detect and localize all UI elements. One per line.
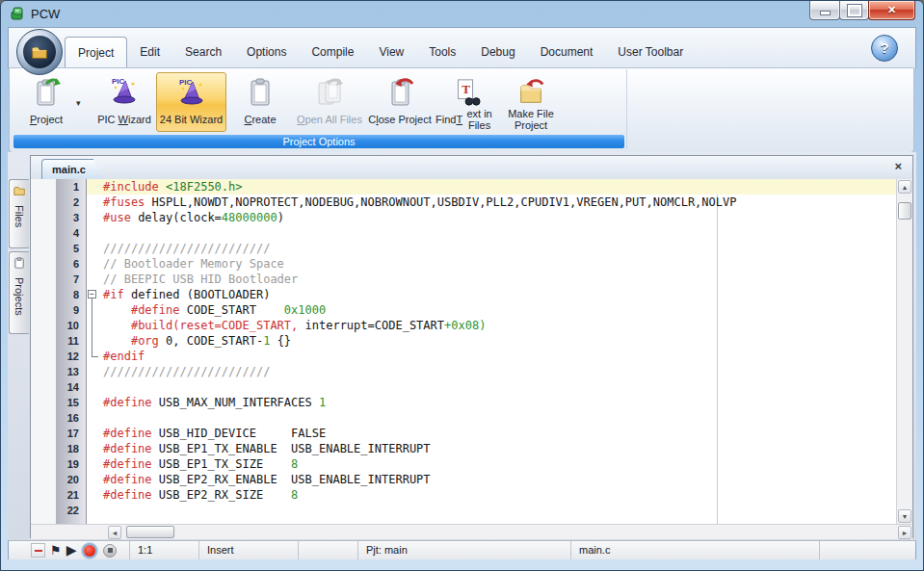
open-all-files-button: Open All Files	[293, 72, 366, 132]
close-button[interactable]: ✕	[868, 1, 915, 20]
code-text[interactable]: #define USB_EP2_RX_SIZE 8	[98, 487, 896, 503]
code-text[interactable]: #build(reset=CODE_START, interrupt=CODE_…	[98, 318, 896, 333]
bookmark-dash-button[interactable]	[31, 543, 45, 558]
code-text[interactable]	[98, 410, 896, 426]
pic-wizard-label: PIC Wizard	[97, 107, 151, 132]
code-text[interactable]: // BEEPIC USB HID Bootloader	[98, 272, 896, 287]
file-tab-main-c[interactable]: main.c	[41, 159, 104, 180]
code-line: 7// BEEPIC USB HID Bootloader	[31, 272, 896, 287]
find-text-label: Find Text in Files	[436, 107, 496, 132]
help-button[interactable]: ?	[871, 35, 898, 62]
code-text[interactable]: #define USB_EP1_TX_ENABLE USB_ENABLE_INT…	[98, 441, 896, 456]
horizontal-scrollbar[interactable]: ◄ ►	[31, 524, 912, 539]
project-dropdown-arrow[interactable]: ▾	[76, 98, 81, 108]
tab-debug[interactable]: Debug	[468, 37, 527, 68]
tab-compile[interactable]: Compile	[299, 37, 366, 68]
code-text[interactable]: #fuses HSPLL,NOWDT,NOPROTECT,NODEBUG,NOB…	[98, 195, 896, 210]
tab-close-icon[interactable]: ×	[894, 160, 902, 173]
code-text[interactable]: #if defined (BOOTLOADER)	[98, 287, 896, 302]
maximize-button[interactable]	[839, 1, 869, 20]
find-text-in-files-button[interactable]: T Find Text in Files	[436, 72, 496, 132]
code-text[interactable]: ////////////////////////	[98, 241, 896, 256]
app-menu-orb[interactable]	[16, 29, 63, 75]
close-project-button[interactable]: Close Project	[366, 72, 434, 132]
fold-marker[interactable]: −	[87, 287, 98, 302]
vertical-scrollbar[interactable]: ▲ ▼	[896, 179, 912, 524]
project-button[interactable]: Project	[17, 72, 75, 132]
code-text[interactable]: #define USB_EP2_RX_ENABLE USB_ENABLE_INT…	[98, 472, 896, 487]
line-number: 17	[56, 426, 87, 441]
minimize-button[interactable]	[809, 1, 840, 20]
record-icon[interactable]	[84, 545, 95, 557]
code-text[interactable]: #use delay(clock=48000000)	[98, 210, 896, 225]
tab-search[interactable]: Search	[172, 37, 234, 68]
code-text[interactable]	[98, 225, 896, 241]
main-area: Files Projects main.c × 1#include <18F25…	[8, 152, 916, 540]
tab-document[interactable]: Document	[528, 37, 606, 68]
scroll-right-button[interactable]: ►	[898, 526, 911, 539]
tab-user-toolbar[interactable]: User Toolbar	[605, 37, 696, 68]
code-line: 3#use delay(clock=48000000)	[31, 210, 896, 225]
pic-wizard-button[interactable]: PIC PIC Wizard	[93, 72, 155, 132]
code-text[interactable]	[98, 379, 896, 395]
sidebar-tab-projects[interactable]: Projects	[9, 251, 29, 334]
line-number: 2	[56, 195, 87, 210]
play-icon[interactable]: ▶	[66, 543, 77, 558]
wizard-24bit-label: 24 Bit Wizard	[160, 108, 223, 131]
code-text[interactable]: #define USB_HID_DEVICE FALSE	[98, 426, 896, 441]
stop-icon[interactable]	[103, 544, 117, 558]
status-cursor-position: 1:1	[130, 541, 199, 559]
code-editor[interactable]: 1#include <18F2550.h>2#fuses HSPLL,NOWDT…	[31, 179, 896, 524]
tab-edit[interactable]: Edit	[127, 37, 172, 68]
editor-tabbar: main.c ×	[31, 156, 912, 180]
line-number: 3	[56, 210, 87, 225]
ribbon-tabs: Project Edit Search Options Compile View…	[65, 35, 696, 68]
group-caption: Project Options	[13, 135, 624, 148]
code-line: 15#define USB_MAX_NUM_INTERFACES 1	[31, 395, 896, 410]
scroll-left-button[interactable]: ◄	[108, 526, 121, 539]
dash-icon	[35, 550, 42, 552]
wizard-24bit-button[interactable]: PIC 24 Bit Wizard	[156, 72, 226, 132]
tab-project[interactable]: Project	[65, 37, 127, 68]
orb-folder-icon	[23, 36, 56, 68]
create-clipboard-icon	[245, 72, 276, 107]
code-text[interactable]: #include <18F2550.h>	[98, 179, 896, 195]
open-all-files-icon	[314, 72, 345, 107]
close-project-label: Close Project	[368, 107, 431, 132]
sidebar-tab-files[interactable]: Files	[9, 179, 29, 248]
make-file-project-button[interactable]: Make File Project	[499, 72, 563, 132]
vertical-scroll-thumb[interactable]	[898, 202, 911, 220]
create-button[interactable]: Create	[231, 72, 289, 132]
titlebar[interactable]: PCW ✕	[1, 1, 923, 27]
editor-panel: main.c × 1#include <18F2550.h>2#fuses HS…	[30, 155, 913, 538]
code-text[interactable]: // Bootloader Memory Space	[98, 256, 896, 272]
horizontal-scroll-thumb[interactable]	[126, 526, 174, 538]
fold-gutter	[87, 503, 98, 518]
code-line: 5////////////////////////	[31, 241, 896, 256]
fold-gutter	[87, 179, 98, 195]
tab-options[interactable]: Options	[234, 37, 299, 68]
code-text[interactable]: #define USB_MAX_NUM_INTERFACES 1	[98, 395, 896, 410]
fold-marker	[87, 333, 98, 349]
code-text[interactable]: #endif	[98, 349, 896, 364]
code-line: 18#define USB_EP1_TX_ENABLE USB_ENABLE_I…	[31, 441, 896, 456]
code-line: 13////////////////////////	[31, 364, 896, 379]
code-text[interactable]: #define CODE_START 0x1000	[98, 302, 896, 318]
status-toolbar: ⚑ ▶	[31, 541, 130, 559]
code-text[interactable]	[98, 503, 896, 518]
find-text-icon: T	[452, 72, 481, 107]
flag-icon[interactable]: ⚑	[50, 543, 62, 558]
line-number: 16	[56, 410, 87, 426]
code-text[interactable]: #org 0, CODE_START-1 {}	[98, 333, 896, 349]
scroll-down-button[interactable]: ▼	[898, 509, 911, 523]
fold-gutter	[87, 441, 98, 456]
code-text[interactable]: ////////////////////////	[98, 364, 896, 379]
code-line: 4	[31, 225, 896, 241]
line-number: 1	[56, 179, 87, 195]
tab-tools[interactable]: Tools	[416, 37, 468, 68]
scroll-up-button[interactable]: ▲	[898, 180, 911, 194]
line-number: 13	[56, 364, 87, 379]
tab-view[interactable]: View	[366, 37, 416, 68]
code-text[interactable]: #define USB_EP1_TX_SIZE 8	[98, 456, 896, 472]
line-number: 20	[56, 472, 87, 487]
